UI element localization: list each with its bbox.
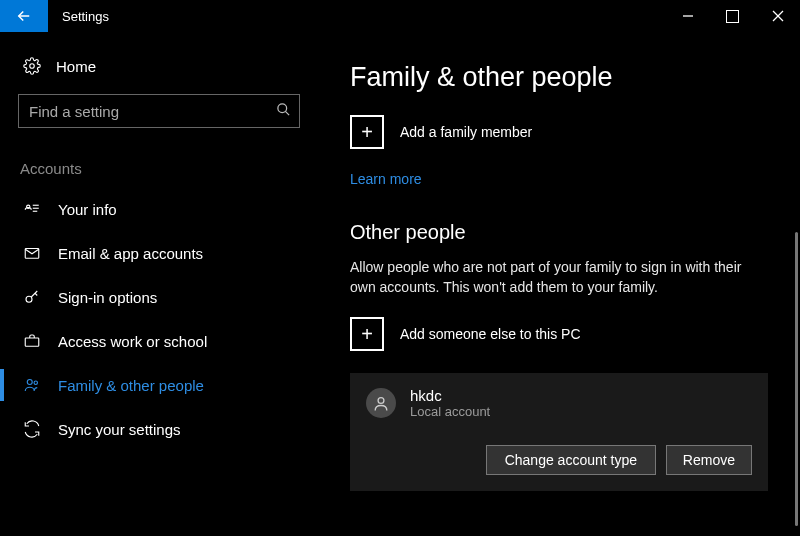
sidebar-item-signin[interactable]: Sign-in options xyxy=(18,275,320,319)
add-other-label: Add someone else to this PC xyxy=(400,326,581,342)
sidebar-item-your-info[interactable]: Your info xyxy=(18,187,320,231)
titlebar: Settings xyxy=(0,0,800,32)
id-card-icon xyxy=(22,199,42,219)
sidebar-item-label: Sign-in options xyxy=(58,289,157,306)
arrow-left-icon xyxy=(15,7,33,25)
person-subtitle: Local account xyxy=(410,404,490,419)
svg-point-3 xyxy=(30,64,35,69)
svg-point-14 xyxy=(34,381,37,384)
sidebar-item-family[interactable]: Family & other people xyxy=(18,363,320,407)
key-icon xyxy=(22,287,42,307)
sync-icon xyxy=(22,419,42,439)
home-button[interactable]: Home xyxy=(18,50,320,94)
sidebar-item-label: Your info xyxy=(58,201,117,218)
sidebar-item-work[interactable]: Access work or school xyxy=(18,319,320,363)
sidebar-item-label: Family & other people xyxy=(58,377,204,394)
person-card[interactable]: hkdc Local account Change account type R… xyxy=(350,373,768,491)
people-icon xyxy=(22,375,42,395)
learn-more-link[interactable]: Learn more xyxy=(350,171,422,187)
sidebar: Home Accounts Your info Email & app xyxy=(0,32,320,536)
other-people-heading: Other people xyxy=(350,221,768,244)
minimize-button[interactable] xyxy=(665,0,710,32)
home-label: Home xyxy=(56,58,96,75)
other-people-desc: Allow people who are not part of your fa… xyxy=(350,258,768,297)
add-family-button[interactable]: + Add a family member xyxy=(350,115,768,149)
sidebar-item-email[interactable]: Email & app accounts xyxy=(18,231,320,275)
svg-point-4 xyxy=(278,104,287,113)
sidebar-item-label: Sync your settings xyxy=(58,421,181,438)
close-icon xyxy=(772,10,784,22)
svg-point-13 xyxy=(27,380,32,385)
back-button[interactable] xyxy=(0,0,48,32)
sidebar-item-label: Email & app accounts xyxy=(58,245,203,262)
plus-icon: + xyxy=(350,115,384,149)
sidebar-category: Accounts xyxy=(18,160,320,187)
mail-icon xyxy=(22,243,42,263)
svg-rect-12 xyxy=(25,338,39,346)
maximize-button[interactable] xyxy=(710,0,755,32)
scrollbar[interactable] xyxy=(795,232,798,526)
page-title: Family & other people xyxy=(350,62,768,93)
sidebar-item-sync[interactable]: Sync your settings xyxy=(18,407,320,451)
search-icon xyxy=(276,102,291,120)
add-other-button[interactable]: + Add someone else to this PC xyxy=(350,317,768,351)
minimize-icon xyxy=(682,10,694,22)
content-area: Family & other people + Add a family mem… xyxy=(320,32,800,536)
svg-point-11 xyxy=(26,296,32,302)
sidebar-item-label: Access work or school xyxy=(58,333,207,350)
add-family-label: Add a family member xyxy=(400,124,532,140)
svg-point-15 xyxy=(378,398,384,404)
person-name: hkdc xyxy=(410,387,490,404)
plus-icon: + xyxy=(350,317,384,351)
close-button[interactable] xyxy=(755,0,800,32)
avatar-icon xyxy=(366,388,396,418)
svg-line-5 xyxy=(285,111,289,115)
briefcase-icon xyxy=(22,331,42,351)
search-input[interactable] xyxy=(29,103,276,120)
change-account-type-button[interactable]: Change account type xyxy=(486,445,656,475)
window-title: Settings xyxy=(48,0,109,32)
search-field[interactable] xyxy=(18,94,300,128)
remove-button[interactable]: Remove xyxy=(666,445,752,475)
gear-icon xyxy=(22,56,42,76)
